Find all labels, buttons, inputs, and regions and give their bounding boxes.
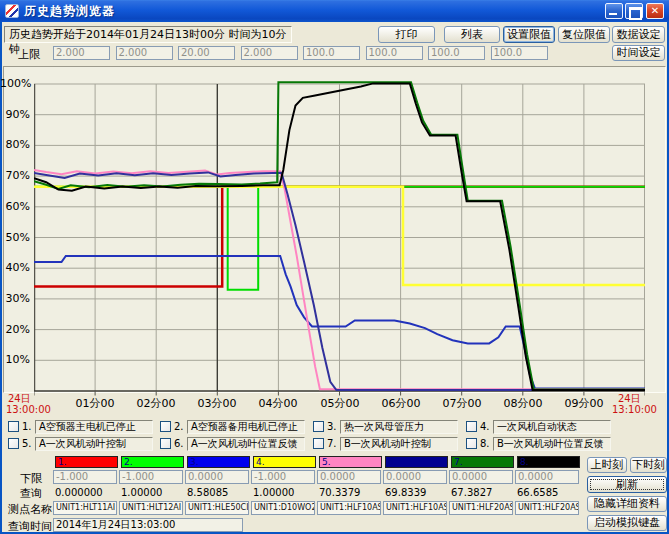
x-tick-label: 06分00 — [379, 396, 423, 411]
legend-checkbox[interactable] — [313, 421, 324, 432]
upper-limit-field[interactable]: 100.0 — [303, 46, 360, 60]
time-settings-button[interactable]: 时间设定 — [612, 45, 665, 61]
legend-number: 2. — [174, 421, 188, 432]
reset-limits-button[interactable]: 复位限值 — [558, 26, 610, 43]
legend-number: 1. — [22, 421, 36, 432]
app-icon — [5, 4, 19, 18]
query-value: 1.00000 — [253, 487, 294, 498]
y-tick-label: 60% — [0, 200, 30, 213]
query-value: 69.8339 — [385, 487, 426, 498]
virtual-keyboard-button[interactable]: 启动模拟键盘 — [587, 515, 667, 531]
legend-label: 热一次风母管压力 — [340, 420, 458, 434]
query-time-label: 查询时间 — [8, 519, 52, 534]
x-tick-label: 08分00 — [501, 396, 545, 411]
x-tick-label: 07分00 — [440, 396, 484, 411]
query-value: 0.000000 — [55, 487, 103, 498]
lower-limit-label: 下限 — [20, 471, 42, 486]
legend-number: 4. — [480, 421, 494, 432]
set-limits-button[interactable]: 设置限值 — [503, 26, 555, 43]
legend-checkbox[interactable] — [160, 421, 171, 432]
legend-checkbox[interactable] — [160, 438, 171, 449]
query-value: 70.3379 — [319, 487, 360, 498]
point-name-field[interactable]: UNIT1:HLF20AS — [515, 501, 579, 515]
list-button[interactable]: 列表 — [444, 26, 500, 43]
legend-label: A空预器主电机已停止 — [35, 420, 153, 434]
upper-limit-field[interactable]: 20.00 — [178, 46, 235, 60]
upper-limit-field[interactable]: 2.000 — [53, 46, 110, 60]
upper-limit-field[interactable]: 2.000 — [241, 46, 298, 60]
title-bar: 历史趋势浏览器 — [0, 0, 669, 22]
query-value: 66.6585 — [517, 487, 558, 498]
point-names-label: 测点名称 — [8, 502, 52, 517]
status-bar: 历史趋势开始于2014年01月24日13时00分 时间为10分钟 — [4, 26, 292, 43]
x-tick-label: 02分00 — [134, 396, 178, 411]
legend-checkbox[interactable] — [8, 438, 19, 449]
hide-details-button[interactable]: 隐藏详细资料 — [587, 496, 667, 512]
y-tick-label: 70% — [0, 169, 30, 182]
x-tick-label: 05分00 — [318, 396, 362, 411]
series-color-swatch: 2. — [121, 456, 184, 468]
legend-label: A一次风机动叶位置反馈 — [187, 437, 305, 451]
lower-limit-field[interactable]: 0.0000 — [185, 470, 249, 484]
trend-plot[interactable] — [34, 78, 645, 397]
point-name-field[interactable]: UNIT1:HLF20AS — [449, 501, 513, 515]
point-name-field[interactable]: UNIT1:HLF10AS — [383, 501, 447, 515]
data-settings-button[interactable]: 数据设定 — [612, 26, 665, 43]
y-tick-label: 100% — [0, 77, 30, 90]
upper-limit-field[interactable]: 100.0 — [491, 46, 548, 60]
legend-checkbox[interactable] — [466, 438, 477, 449]
upper-limit-field[interactable]: 100.0 — [366, 46, 423, 60]
point-name-field[interactable]: UNIT1:HLT12AI — [119, 501, 183, 515]
axis-end-time: 13:10:00 — [612, 404, 657, 415]
legend-label: B一次风机动叶控制 — [340, 437, 458, 451]
x-tick-label: 09分00 — [562, 396, 606, 411]
prev-time-button[interactable]: 上时刻 — [587, 457, 627, 473]
series-color-swatch: 6. — [385, 456, 448, 468]
series-color-swatch: 3. — [187, 456, 250, 468]
y-tick-label: 10% — [0, 353, 30, 366]
query-value: 1.00000 — [121, 487, 162, 498]
x-tick-label: 01分00 — [73, 396, 117, 411]
lower-limit-field[interactable]: 0.0000 — [515, 470, 579, 484]
series-color-swatch: 5. — [319, 456, 382, 468]
legend-label: A空预器备用电机已停止 — [187, 420, 305, 434]
point-name-field[interactable]: UNIT1:HLT11AI — [53, 501, 117, 515]
next-time-button[interactable]: 下时刻 — [630, 457, 667, 473]
lower-limit-field[interactable]: -1.000 — [251, 470, 315, 484]
close-icon[interactable] — [646, 3, 664, 19]
maximize-icon[interactable] — [625, 3, 643, 19]
upper-limit-field[interactable]: 100.0 — [428, 46, 485, 60]
print-button[interactable]: 打印 — [378, 26, 435, 43]
legend-number: 6. — [174, 438, 188, 449]
lower-limit-field[interactable]: 0.0000 — [383, 470, 447, 484]
y-tick-label: 40% — [0, 261, 30, 274]
axis-start-day: 24日 — [8, 393, 31, 404]
point-name-field[interactable]: UNIT1:D10WO21 — [251, 501, 315, 515]
series-color-swatch: 7. — [451, 456, 514, 468]
lower-limit-field[interactable]: 0.0000 — [317, 470, 381, 484]
y-tick-label: 50% — [0, 231, 30, 244]
point-name-field[interactable]: UNIT1:HLF10AS — [317, 501, 381, 515]
x-tick-label: 04分00 — [256, 396, 300, 411]
lower-limit-field[interactable]: -1.000 — [53, 470, 117, 484]
y-tick-label: 80% — [0, 138, 30, 151]
lower-limit-field[interactable]: 0.0000 — [449, 470, 513, 484]
legend-checkbox[interactable] — [466, 421, 477, 432]
legend-label: B一次风机动叶位置反馈 — [493, 437, 611, 451]
y-tick-label: 90% — [0, 108, 30, 121]
refresh-button[interactable]: 刷新 — [587, 476, 667, 493]
query-value: 67.3827 — [451, 487, 492, 498]
lower-limit-field[interactable]: -1.000 — [119, 470, 183, 484]
upper-limit-label: 上限 — [18, 47, 40, 62]
point-name-field[interactable]: UNIT1:HLE50CI — [185, 501, 249, 515]
legend-checkbox[interactable] — [313, 438, 324, 449]
query-time-field[interactable]: 2014年1月24日13:03:00 — [53, 518, 243, 532]
query-label: 查询 — [20, 486, 42, 501]
minimize-icon[interactable] — [605, 3, 623, 19]
legend-number: 7. — [327, 438, 341, 449]
upper-limit-field[interactable]: 2.000 — [116, 46, 173, 60]
legend-number: 8. — [480, 438, 494, 449]
legend-checkbox[interactable] — [8, 421, 19, 432]
x-tick-label: 03分00 — [195, 396, 239, 411]
axis-start-time: 13:00:00 — [6, 404, 51, 415]
